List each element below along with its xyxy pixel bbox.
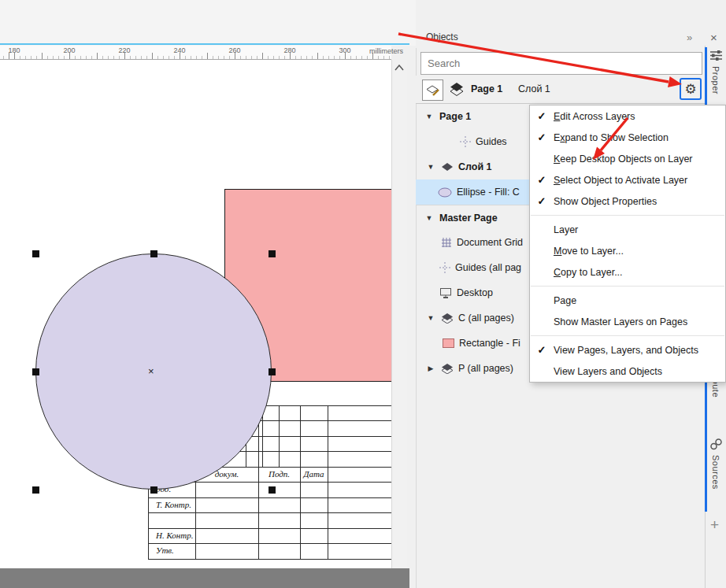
checkmark-icon: ✓ <box>530 195 554 207</box>
menu-item-label: Keep Desktop Objects on Layer <box>554 153 693 165</box>
expand-icon[interactable]: ▶ <box>425 364 436 372</box>
layers-stack-icon <box>449 82 465 99</box>
guides-icon <box>439 262 450 273</box>
selection-handle[interactable] <box>32 250 39 257</box>
vertical-scrollbar[interactable] <box>391 60 407 568</box>
tree-row-label: Rectangle - Fi <box>459 338 520 349</box>
horizontal-ruler: 180 200 220 240 260 280 300 millimeters <box>0 46 391 60</box>
menu-item-keep-desktop-objects-on-layer[interactable]: Keep Desktop Objects on Layer <box>530 148 725 169</box>
bottom-scroll-track[interactable] <box>0 568 409 588</box>
gear-icon: ⚙ <box>684 83 696 96</box>
tree-row-label: Master Page <box>439 213 498 224</box>
menu-item-edit-across-layers[interactable]: ✓ Edit Across Layers <box>530 105 725 127</box>
active-page-label: Page 1 <box>471 83 502 94</box>
menu-item-label: Move to Layer... <box>554 246 624 257</box>
menu-item-label: Layer <box>554 224 578 235</box>
ruler-major-ticks <box>0 53 391 59</box>
ruler-tick-label: 280 <box>283 46 295 54</box>
selection-handle[interactable] <box>32 486 39 494</box>
collapse-docker-icon[interactable]: » <box>687 31 692 43</box>
tree-row-label: Document Grid <box>457 237 523 248</box>
expand-icon[interactable]: ▼ <box>424 113 435 120</box>
menu-separator <box>531 215 724 216</box>
expand-icon[interactable]: ▼ <box>424 214 435 222</box>
menu-item-label: Show Object Properties <box>554 196 657 207</box>
active-tab-indicator <box>705 361 707 512</box>
menu-item-label: Show Master Layers on Pages <box>554 316 687 327</box>
title-block-row-appr: Утв. <box>156 545 174 555</box>
edit-across-layers-button[interactable] <box>422 80 443 101</box>
selection-handle[interactable] <box>150 250 157 257</box>
checkmark-icon: ✓ <box>530 344 554 356</box>
tab-sources[interactable]: Sources <box>711 455 720 510</box>
tree-row-label: P (all pages) <box>458 363 513 374</box>
link-icon <box>709 438 723 451</box>
guides-icon <box>460 136 471 147</box>
active-tab-indicator <box>705 47 707 110</box>
selection-handle[interactable] <box>269 368 276 375</box>
menu-item-view-pages-layers-objects[interactable]: ✓ View Pages, Layers, and Objects <box>530 339 725 361</box>
scroll-up-icon[interactable] <box>394 65 404 71</box>
master-layer-icon <box>441 312 454 324</box>
layer-options-menu: ✓ Edit Across Layers ✓ Expand to Show Se… <box>529 105 726 383</box>
title-block-row-tcontr: Т. Контр. <box>156 500 191 509</box>
active-layer-label: Слой 1 <box>518 83 550 94</box>
expand-icon[interactable]: ▼ <box>425 163 436 171</box>
ruler-accent-line <box>0 43 409 45</box>
layer-pencil-icon <box>426 84 440 97</box>
selection-handle[interactable] <box>269 486 276 494</box>
menu-item-select-object-to-activate-layer[interactable]: ✓ Select Object to Activate Layer <box>530 169 725 190</box>
desktop-icon <box>439 287 452 298</box>
master-layer-icon <box>441 363 454 374</box>
expand-icon[interactable]: ▼ <box>425 314 436 322</box>
rectangle-thumbnail-icon <box>443 338 454 348</box>
menu-section-page: Page <box>530 290 725 311</box>
menu-item-copy-to-layer[interactable]: Copy to Layer... <box>530 261 725 283</box>
checkmark-icon: ✓ <box>530 131 554 143</box>
ruler-tick-label: 260 <box>228 46 240 54</box>
tree-row-label: Page 1 <box>439 111 471 122</box>
menu-separator <box>531 335 724 336</box>
menu-item-expand-to-show-selection[interactable]: ✓ Expand to Show Selection <box>530 127 725 148</box>
tree-row-label: Слой 1 <box>458 161 492 172</box>
selection-handle[interactable] <box>269 250 276 257</box>
menu-item-show-master-layers-on-pages[interactable]: Show Master Layers on Pages <box>530 311 725 332</box>
tree-row-label: Guides <box>476 136 507 147</box>
ruler-tick-label: 240 <box>173 46 185 54</box>
ruler-tick-label: 220 <box>118 46 130 54</box>
title-block-col-sign: Подп. <box>258 469 300 479</box>
menu-item-label: Page <box>554 295 576 306</box>
checkmark-icon: ✓ <box>530 174 554 186</box>
tree-row-label: Guides (all pag <box>455 262 521 273</box>
properties-icon <box>709 49 723 62</box>
ellipse-thumbnail-icon <box>438 187 452 198</box>
search-input[interactable] <box>420 52 702 75</box>
drawing-canvas[interactable]: докум. Подп. Дата роб. Т. Контр. Н. Конт… <box>0 60 391 568</box>
selection-handle[interactable] <box>150 486 157 494</box>
grid-icon <box>441 237 452 248</box>
checkmark-icon: ✓ <box>530 110 554 122</box>
ruler-tick-label: 200 <box>63 46 75 54</box>
menu-item-show-object-properties[interactable]: ✓ Show Object Properties <box>530 190 725 212</box>
selection-handle[interactable] <box>32 368 39 375</box>
layer-icon <box>441 162 454 172</box>
title-block-row-ncontr: Н. Контр. <box>156 531 193 540</box>
title-block-col-date: Дата <box>300 469 328 479</box>
menu-item-view-layers-objects[interactable]: View Layers and Objects <box>530 361 725 382</box>
tab-properties[interactable]: Proper <box>711 66 720 110</box>
docker-title: Objects <box>426 31 458 43</box>
options-gear-button[interactable]: ⚙ <box>680 78 702 100</box>
menu-item-label: Expand to Show Selection <box>554 132 669 143</box>
menu-item-label: View Layers and Objects <box>554 366 662 377</box>
ruler-unit-label: millimeters <box>346 47 403 55</box>
layer-toolbar: Page 1 Слой 1 ⚙ <box>416 76 705 104</box>
close-docker-icon[interactable]: × <box>710 31 717 44</box>
add-docker-icon[interactable]: + <box>710 516 719 534</box>
menu-separator <box>531 286 724 287</box>
canvas-top-strip <box>0 0 416 46</box>
ruler-tick-label: 180 <box>8 46 20 54</box>
object-center-mark: × <box>148 365 154 377</box>
menu-item-label: View Pages, Layers, and Objects <box>554 345 698 356</box>
menu-section-layer: Layer <box>530 219 725 240</box>
menu-item-move-to-layer[interactable]: Move to Layer... <box>530 240 725 261</box>
